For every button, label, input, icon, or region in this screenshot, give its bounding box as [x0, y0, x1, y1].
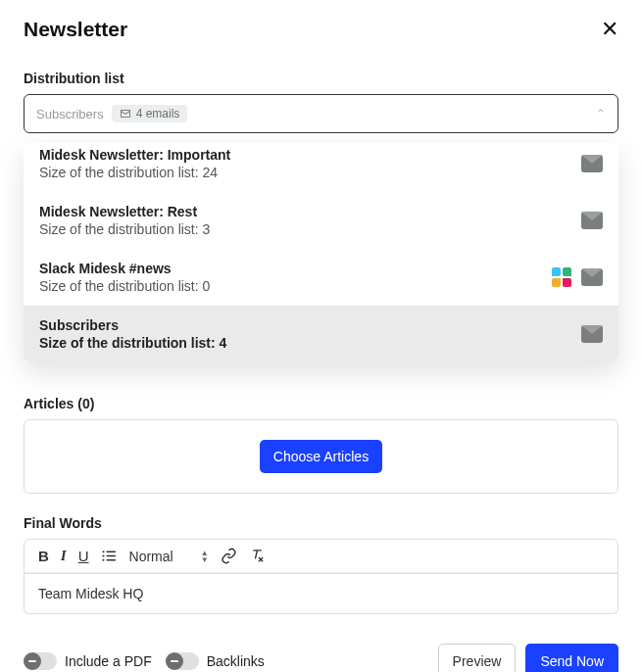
option-title: Subscribers — [39, 317, 226, 333]
distribution-selected-text: Subscribers — [36, 107, 104, 121]
sort-arrows-icon: ▲▼ — [201, 550, 209, 563]
link-button[interactable] — [221, 548, 237, 564]
option-sub: Size of the distribution list: 24 — [39, 165, 230, 180]
lower-sections: Articles (0) Choose Articles Final Words… — [0, 396, 642, 672]
articles-section: Articles (0) Choose Articles — [24, 396, 618, 494]
articles-box: Choose Articles — [24, 419, 618, 494]
distribution-label: Distribution list — [24, 71, 618, 86]
bold-button[interactable]: B — [38, 548, 49, 564]
list-button[interactable] — [101, 548, 118, 564]
format-select[interactable]: Normal ▲▼ — [129, 549, 209, 564]
underline-button[interactable]: U — [78, 548, 89, 564]
chevron-up-icon: ⌃ — [596, 107, 606, 120]
slack-icon — [552, 267, 571, 287]
option-title: Slack Midesk #news — [39, 261, 210, 276]
svg-point-4 — [102, 554, 104, 556]
distribution-option[interactable]: Slack Midesk #news Size of the distribut… — [24, 249, 618, 306]
option-sub: Size of the distribution list: 0 — [39, 278, 210, 294]
mail-icon — [581, 155, 603, 172]
option-sub: Size of the distribution list: 4 — [39, 335, 226, 351]
include-pdf-toggle[interactable]: Include a PDF — [24, 652, 152, 670]
format-label: Normal — [129, 549, 173, 564]
backlinks-toggle[interactable]: Backlinks — [166, 652, 265, 670]
distribution-select[interactable]: Subscribers 4 emails ⌃ — [24, 94, 618, 133]
mail-icon — [581, 325, 603, 343]
italic-button[interactable]: I — [61, 548, 67, 564]
toggle-group: Include a PDF Backlinks — [24, 652, 265, 670]
svg-point-5 — [102, 559, 104, 561]
choose-articles-button[interactable]: Choose Articles — [260, 440, 382, 473]
send-now-button[interactable]: Send Now — [525, 644, 618, 672]
modal-title: Newsletter — [24, 18, 127, 41]
emails-chip: 4 emails — [112, 105, 188, 122]
backlinks-label: Backlinks — [207, 653, 265, 669]
rich-text-editor: B I U Normal ▲▼ — [24, 539, 618, 574]
toggle-knob — [24, 652, 41, 670]
mail-icon — [581, 268, 603, 286]
modal-header: Newsletter ✕ — [24, 18, 618, 41]
distribution-section: Distribution list Subscribers 4 emails ⌃ — [24, 71, 618, 133]
mail-icon — [581, 212, 603, 229]
option-title: Midesk Newsletter: Important — [39, 147, 230, 163]
option-sub: Size of the distribution list: 3 — [39, 221, 210, 237]
distribution-option[interactable]: Midesk Newsletter: Rest Size of the dist… — [24, 192, 618, 249]
clear-format-button[interactable] — [249, 548, 266, 564]
mail-icon — [120, 108, 131, 120]
newsletter-modal: Newsletter ✕ Distribution list Subscribe… — [0, 0, 642, 151]
toggle-knob — [166, 652, 183, 670]
chip-text: 4 emails — [136, 107, 180, 120]
include-pdf-label: Include a PDF — [65, 653, 152, 669]
close-icon[interactable]: ✕ — [601, 19, 618, 40]
distribution-option[interactable]: Midesk Newsletter: Important Size of the… — [24, 143, 618, 192]
final-words-label: Final Words — [24, 515, 618, 531]
preview-button[interactable]: Preview — [438, 644, 517, 672]
option-title: Midesk Newsletter: Rest — [39, 204, 210, 219]
svg-point-3 — [102, 551, 104, 552]
distribution-option[interactable]: Subscribers Size of the distribution lis… — [24, 306, 618, 362]
toggle-switch — [24, 652, 57, 670]
editor-content[interactable]: Team Midesk HQ — [24, 574, 618, 614]
action-buttons: Preview Send Now — [438, 644, 618, 672]
final-words-section: Final Words B I U Normal ▲▼ — [24, 515, 618, 614]
articles-label: Articles (0) — [24, 396, 618, 411]
footer: Include a PDF Backlinks Preview Send Now — [24, 644, 618, 672]
distribution-dropdown: Midesk Newsletter: Important Size of the… — [24, 143, 618, 362]
editor-toolbar: B I U Normal ▲▼ — [25, 540, 617, 573]
toggle-switch — [166, 652, 199, 670]
